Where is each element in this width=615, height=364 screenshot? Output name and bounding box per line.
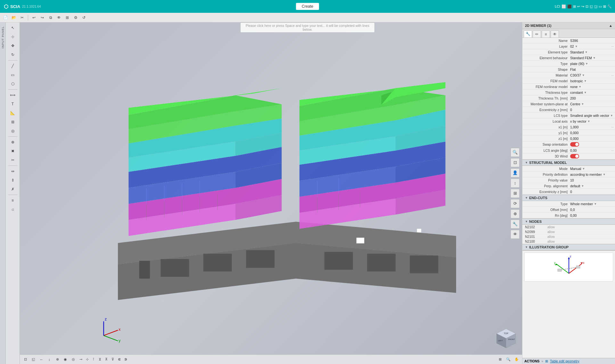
add-icon[interactable]: ⊕: [7, 138, 18, 146]
prop-lcs-angle-value[interactable]: 0,00 ···: [569, 148, 615, 153]
table-edit-geometry-link[interactable]: Table edit geometry: [550, 359, 579, 363]
refresh-icon[interactable]: ↺: [80, 14, 87, 21]
bt-icon-4[interactable]: ↕: [46, 356, 53, 363]
bt-icon-3[interactable]: ↔: [38, 356, 45, 363]
bt-icon-small-2[interactable]: ⊹: [84, 356, 90, 363]
thickness-type-dropdown[interactable]: ▼: [584, 91, 587, 94]
prop-element-behaviour-value[interactable]: Standard FEM ▼: [569, 56, 615, 60]
bt-icon-small-4[interactable]: ⊻: [97, 356, 103, 363]
mode-dropdown[interactable]: ▼: [582, 167, 585, 170]
line-icon[interactable]: ╱: [7, 62, 18, 70]
bt-icon-2[interactable]: ◱: [30, 356, 37, 363]
zoom-in-icon[interactable]: 🔍: [505, 356, 512, 363]
node-n2102[interactable]: N2102 allow: [522, 225, 615, 230]
prop-z1-value[interactable]: 0,000: [569, 136, 615, 141]
textbar[interactable]: Please click here or press Space and typ…: [240, 22, 375, 33]
fem-nonlinear-dropdown[interactable]: ▼: [578, 85, 581, 88]
prop-offset-value[interactable]: 0,0: [569, 207, 615, 212]
prop-rn-value[interactable]: 0,00: [569, 213, 615, 218]
prop-thickness-type-value[interactable]: constant ▼: [569, 90, 615, 95]
rf-icon-5[interactable]: ⊞: [511, 189, 520, 198]
fem-model-dropdown[interactable]: ▼: [584, 79, 587, 83]
top-icon-7[interactable]: ◱: [590, 4, 593, 9]
material-dots[interactable]: ···: [611, 74, 614, 77]
redo-icon[interactable]: ↪: [39, 14, 46, 21]
text-icon[interactable]: T: [7, 100, 18, 108]
layers-icon[interactable]: ⊞: [64, 14, 71, 21]
swap-orientation-toggle[interactable]: [570, 142, 579, 147]
prop-member-system-plane-value[interactable]: Centre ▼: [569, 102, 615, 106]
top-icon-3[interactable]: ⊞: [573, 4, 576, 9]
rf-icon-2[interactable]: ⊡: [511, 158, 520, 167]
bt-icon-6[interactable]: ◉: [62, 356, 69, 363]
node-n2099[interactable]: N2099 allow: [522, 230, 615, 234]
create-button[interactable]: Create: [296, 3, 319, 10]
prop-priority-value-val[interactable]: 10: [569, 178, 615, 182]
merge-icon[interactable]: ⇔: [7, 167, 18, 175]
rf-icon-4[interactable]: ↕: [511, 179, 520, 188]
prop-priority-def-value[interactable]: according to member ▼: [569, 172, 615, 177]
prop-name-value[interactable]: S396: [569, 38, 615, 43]
copy-icon[interactable]: ⧉: [47, 14, 54, 21]
prop-shape-value[interactable]: Flat: [569, 67, 615, 72]
element-type-dropdown[interactable]: ▼: [585, 51, 588, 54]
lcs-type-dropdown[interactable]: ▼: [610, 114, 613, 117]
prop-local-axis-value[interactable]: x by vector ▼: [569, 119, 615, 124]
prop-material-value[interactable]: C30/37 ▼ ···: [569, 73, 615, 77]
tab-filter[interactable]: ≡: [542, 30, 550, 37]
save-icon[interactable]: ✂: [19, 14, 26, 21]
prop-eccentricity-z-value[interactable]: 0: [569, 108, 615, 112]
top-icon-5[interactable]: ↪: [581, 4, 584, 9]
top-icon-1[interactable]: ⬜: [562, 4, 566, 9]
bt-icon-small-3[interactable]: ⊺: [91, 356, 96, 363]
bt-icon-small-8[interactable]: ⋑: [123, 356, 128, 363]
prop-lcs-type-value[interactable]: Smallest angle with vector ▼: [569, 113, 615, 118]
panel-close-icon[interactable]: ▲: [609, 24, 612, 28]
prop-perp-alignment-value[interactable]: default ▼: [569, 184, 615, 188]
structural-model-header[interactable]: ▼ STRUCTURAL MODEL: [522, 159, 615, 166]
pan-icon[interactable]: ✋: [513, 356, 520, 363]
layer-dots[interactable]: ···: [611, 45, 614, 48]
section-icon[interactable]: ⟤: [7, 205, 18, 214]
polygon-icon[interactable]: ⬡: [7, 80, 18, 88]
top-icon-11[interactable]: 🔧: [607, 4, 612, 9]
bt-icon-5[interactable]: ⊕: [54, 356, 61, 363]
node-n2101[interactable]: N2101 allow: [522, 234, 615, 239]
prop-3d-wind-value[interactable]: [569, 154, 615, 159]
select-all-icon[interactable]: ⊹: [7, 33, 18, 41]
prop-eccentricity-z2-value[interactable]: 0: [569, 190, 615, 194]
end-cuts-header[interactable]: ▼ END-CUTS: [522, 195, 615, 201]
bt-icon-7[interactable]: ◎: [70, 356, 77, 363]
prop-fem-model-value[interactable]: Isotropic ▼: [569, 79, 615, 83]
rect-icon[interactable]: ▭: [7, 71, 18, 79]
tab-properties[interactable]: 🔧: [524, 30, 532, 37]
undo-icon[interactable]: ↩: [30, 14, 37, 21]
prop-x1-value[interactable]: 1,000 ···: [569, 125, 615, 129]
prop-swap-orientation-value[interactable]: [569, 142, 615, 147]
type-dropdown[interactable]: ▼: [585, 62, 588, 65]
prop-thickness-th-value[interactable]: 200: [569, 96, 615, 101]
layer-dropdown[interactable]: ▼: [575, 45, 578, 48]
tab-display[interactable]: 👁: [551, 30, 559, 37]
lcs-angle-dots[interactable]: ···: [611, 149, 614, 152]
3d-wind-toggle[interactable]: [570, 154, 579, 158]
rf-icon-8[interactable]: 🔧: [511, 220, 520, 229]
select-icon[interactable]: ↖: [7, 24, 18, 32]
grid-icon[interactable]: ⊞: [7, 118, 18, 126]
prop-endcut-type-value[interactable]: Whole member ▼: [569, 202, 615, 206]
top-icon-4[interactable]: ↩: [577, 4, 580, 9]
bt-icon-small-6[interactable]: ⊽: [110, 356, 116, 363]
rf-icon-6[interactable]: ⟳: [511, 199, 520, 208]
priority-def-dropdown[interactable]: ▼: [603, 173, 606, 176]
rotate-icon[interactable]: ↻: [7, 51, 18, 59]
material-dropdown[interactable]: ▼: [582, 74, 585, 77]
zoom-fit-icon[interactable]: ⊞: [496, 356, 504, 363]
open-icon[interactable]: 📂: [10, 14, 17, 21]
move-icon[interactable]: ✥: [7, 42, 18, 50]
measure-icon[interactable]: 📐: [7, 109, 18, 117]
prop-layer-value[interactable]: 02 ▼ ···: [569, 44, 615, 49]
break-icon[interactable]: ⇕: [7, 176, 18, 184]
node-n2100[interactable]: N2100 allow: [522, 239, 615, 244]
snap-icon[interactable]: ◎: [7, 127, 18, 135]
tab-edit[interactable]: ✏: [533, 30, 541, 37]
